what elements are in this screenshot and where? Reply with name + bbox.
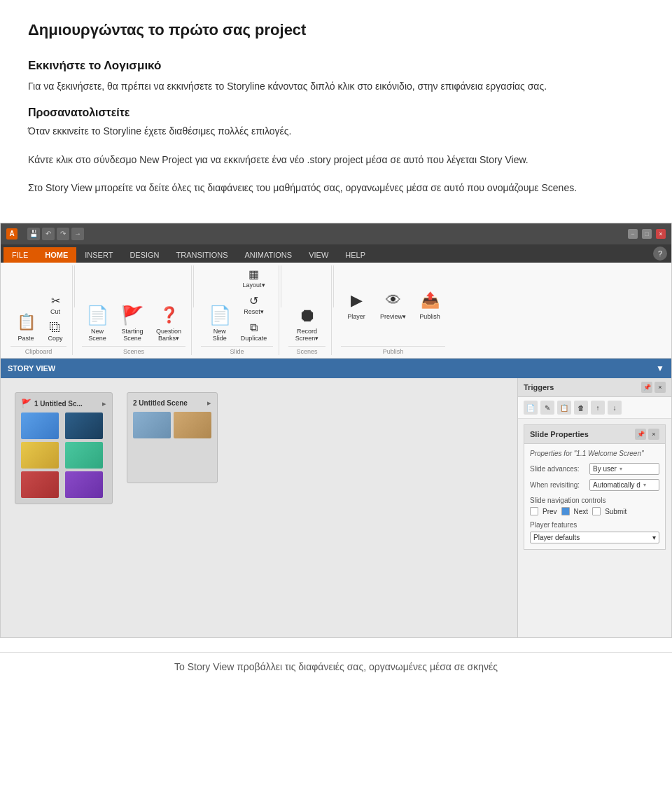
when-revisiting-arrow: ▾ [643,482,646,488]
slide-thumb-2-1-inner [133,412,171,438]
minimize-button[interactable]: − [628,229,638,239]
slide-label: Slide [201,346,273,355]
publish-button[interactable]: 📤 Publish [414,286,445,323]
player-button[interactable]: ▶ Player [341,286,372,323]
duplicate-icon: ⧉ [250,321,258,334]
scene1-title-text: 1 Untitled Sc... [34,400,83,408]
slide-thumb-1-5[interactable] [21,471,59,498]
triggers-delete-button[interactable]: 🗑 [574,401,588,415]
cut-button[interactable]: ✂ Cut [44,292,66,318]
layout-button[interactable]: ▦ Layout▾ [238,265,270,291]
save-button[interactable]: 💾 [27,228,40,240]
slide-thumb-1-6[interactable] [65,471,103,498]
slide-thumb-1-3[interactable] [21,442,59,469]
triggers-move-down-button[interactable]: ↓ [608,401,622,415]
story-view-collapse-icon[interactable]: ▼ [656,363,664,373]
tab-insert[interactable]: INSERT [76,247,121,263]
tab-file[interactable]: FILE [4,247,36,263]
slide-advances-arrow: ▾ [620,466,622,472]
tab-help[interactable]: HELP [337,247,374,263]
reset-button[interactable]: ↺ Reset▾ [238,292,270,318]
submit-checkbox[interactable] [592,507,601,515]
record-label: RecordScreen▾ [295,328,319,342]
new-scene-icon: 📄 [86,304,108,326]
scene1-slides [21,413,106,498]
bottom-caption-text: Το Story View προβάλλει τις διαφάνειές σ… [174,661,498,672]
scenes-content: 📄 NewScene 🚩 StartingScene ❓ QuestionBan… [82,265,186,347]
prev-checkbox[interactable] [530,507,538,515]
slide-props-title: Slide Properties [530,430,589,438]
ribbon-tabs: FILE HOME INSERT DESIGN TRANSITIONS ANIM… [1,244,671,263]
slide-props-close-button[interactable]: × [648,429,659,440]
new-slide-button[interactable]: 📄 NewSlide [204,301,235,345]
preview-button[interactable]: 👁 Preview▾ [376,286,410,323]
cut-icon: ✂ [51,294,60,307]
slide-thumb-1-4[interactable] [65,442,103,469]
scene2-expand-icon[interactable]: ▸ [207,398,211,408]
content-area: Δημιουργώντας το πρώτο σας project Εκκιν… [0,0,672,223]
help-icon[interactable]: ? [653,247,667,261]
starting-scene-button[interactable]: 🚩 StartingScene [117,301,148,345]
story-view-label: STORY VIEW [8,364,55,373]
publish-label: Publish [419,313,440,320]
undo-redo-group: 💾 ↶ ↷ → [27,228,84,240]
slide-thumb-2-1[interactable] [133,412,171,438]
forward-button[interactable]: → [71,228,84,240]
triggers-new-button[interactable]: 📄 [524,401,538,415]
story-main: 🚩 1 Untitled Sc... ▸ [1,378,671,637]
slide-thumb-1-4-inner [65,442,103,469]
slide-advances-row: Slide advances: By user ▾ [530,463,659,475]
player-features-dropdown[interactable]: Player defaults ▾ [530,532,659,543]
triggers-close-button[interactable]: × [654,382,666,393]
scene1-expand-icon[interactable]: ▸ [102,399,106,408]
tab-home[interactable]: HOME [36,247,76,263]
tab-animations[interactable]: ANIMATIONS [237,247,301,263]
scene-panel-2[interactable]: 2 Untitled Scene ▸ [127,392,218,483]
question-banks-button[interactable]: ❓ QuestionBanks▾ [152,301,186,345]
redo-button[interactable]: ↷ [57,228,69,240]
slide-thumb-2-2[interactable] [174,412,211,438]
slide-thumb-1-6-inner [65,471,103,498]
duplicate-button[interactable]: ⧉ Duplicate [238,319,270,345]
maximize-button[interactable]: □ [642,229,652,239]
next-label: Next [574,508,589,515]
slide-props-controls: 📌 × [635,429,659,440]
slide-props-pin-button[interactable]: 📌 [635,429,646,440]
bottom-caption: Το Story View προβάλλει τις διαφάνειές σ… [0,652,672,681]
slide-advances-label: Slide advances: [530,465,580,473]
record-content: ⏺ RecordScreen▾ [291,265,323,347]
tab-transitions[interactable]: TRANSITIONS [168,247,237,263]
new-slide-label: NewSlide [213,328,227,342]
starting-scene-label: StartingScene [121,328,143,342]
scene2-header: 2 Untitled Scene ▸ [133,398,211,408]
when-revisiting-dropdown[interactable]: Automatically d ▾ [589,479,659,491]
slide-thumb-1-2[interactable] [65,413,103,439]
copy-button[interactable]: ⿻ Copy [44,319,66,345]
triggers-toolbar: 📄 ✎ 📋 🗑 ↑ ↓ [518,397,671,419]
reset-icon: ↺ [249,294,258,307]
triggers-pin-button[interactable]: 📌 [641,382,652,393]
story-canvas: 🚩 1 Untitled Sc... ▸ [1,378,517,637]
record-screen-button[interactable]: ⏺ RecordScreen▾ [291,301,323,345]
close-button[interactable]: × [656,229,666,239]
slide-advances-dropdown[interactable]: By user ▾ [589,463,659,475]
triggers-edit-button[interactable]: ✎ [540,401,554,415]
paste-button[interactable]: 📋 Paste [10,308,41,345]
question-banks-label: QuestionBanks▾ [156,328,181,342]
triggers-copy-button[interactable]: 📋 [557,401,571,415]
next-checkbox[interactable] [561,507,570,515]
new-scene-button[interactable]: 📄 NewScene [82,301,113,345]
slide-thumb-1-1[interactable] [21,413,59,439]
triggers-move-up-button[interactable]: ↑ [591,401,605,415]
clipboard-content: 📋 Paste ✂ Cut ⿻ Copy [10,265,66,347]
section1-text: Για να ξεκινήσετε, θα πρέπει να εκκινήσε… [28,78,644,94]
player-features: Player features Player defaults ▾ [530,521,659,543]
layout-icon: ▦ [248,268,259,281]
tab-view[interactable]: VIEW [300,247,337,263]
undo-button[interactable]: ↶ [42,228,55,240]
duplicate-label: Duplicate [241,335,267,342]
publish-content: ▶ Player 👁 Preview▾ 📤 Publish [341,265,445,347]
separator-4 [333,265,334,307]
scene-panel-1[interactable]: 🚩 1 Untitled Sc... ▸ [15,392,113,504]
tab-design[interactable]: DESIGN [121,247,167,263]
